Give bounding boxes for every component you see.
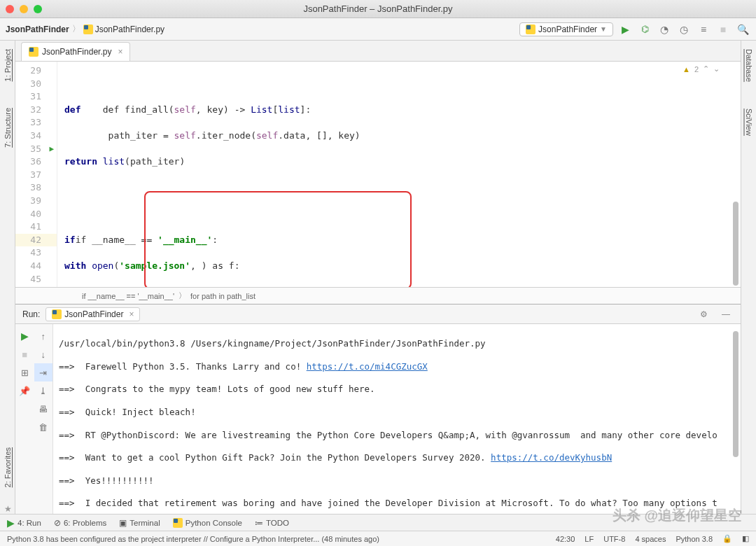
down-button[interactable]: ↓ xyxy=(34,345,53,363)
code-line: ifif __name__ == '__main__': xyxy=(64,234,741,247)
editor-scrollbar[interactable] xyxy=(732,62,739,287)
debug-button[interactable]: ⌬ xyxy=(637,22,652,37)
play-icon: ▶ xyxy=(622,24,629,35)
output-line: ==> RT @PythonDiscord: We are livestream… xyxy=(59,430,735,441)
code-line xyxy=(64,208,741,221)
profile-button[interactable]: ◷ xyxy=(676,22,692,37)
star-icon[interactable]: ★ xyxy=(4,504,12,514)
search-button[interactable]: 🔍 xyxy=(735,22,750,37)
gear-icon[interactable]: ⚙ xyxy=(696,307,711,322)
cursor-position[interactable]: 42:30 xyxy=(556,535,575,543)
breadcrumb-sep-icon: 〉 xyxy=(178,290,186,301)
scroll-thumb[interactable] xyxy=(733,202,738,286)
minimize-icon[interactable] xyxy=(20,5,28,13)
code-line: path_iter = self.iter_node(self.data, []… xyxy=(64,130,741,143)
chevron-down-icon[interactable]: ⌄ xyxy=(713,64,720,74)
code-line: with open('sample.json', ) as f: xyxy=(64,260,741,273)
stop-button[interactable]: ■ xyxy=(15,345,34,363)
code-area[interactable]: def def find_all(self, key) -> List[list… xyxy=(57,62,741,287)
python-interpreter[interactable]: Python 3.8 xyxy=(676,535,713,543)
run-tab[interactable]: JsonPathFinder × xyxy=(46,307,140,321)
output-line: /usr/local/bin/python3.8 /Users/kingname… xyxy=(59,338,735,349)
python-console-button[interactable]: Python Console xyxy=(173,518,242,528)
print-button[interactable]: 🖶 xyxy=(34,400,53,418)
editor-tab-file[interactable]: JsonPathFinder.py × xyxy=(21,42,130,61)
search-icon: 🔍 xyxy=(737,24,749,35)
output-line: ==> Want to get a cool Python Gift Pack?… xyxy=(59,452,735,463)
maximize-icon[interactable] xyxy=(34,5,42,13)
tools-button[interactable]: ≡ xyxy=(696,22,711,37)
python-icon xyxy=(526,24,536,34)
database-tool-tab[interactable]: Database xyxy=(743,46,755,85)
soft-wrap-button[interactable]: ⇥ xyxy=(34,363,53,382)
project-tool-tab[interactable]: 1: Project xyxy=(2,46,13,84)
output-line: ==> Farewell Python 3.5. Thanks Larry an… xyxy=(59,361,735,372)
editor-bc-scope[interactable]: for path in path_list xyxy=(190,292,255,300)
code-line xyxy=(64,181,741,195)
scroll-end-button[interactable]: ⤓ xyxy=(34,382,53,400)
minimize-icon[interactable]: — xyxy=(718,307,734,322)
terminal-tool-button[interactable]: ▣Terminal xyxy=(119,518,160,528)
sciview-tool-tab[interactable]: SciView xyxy=(743,106,755,139)
console-output[interactable]: /usr/local/bin/python3.8 /Users/kingname… xyxy=(53,324,741,514)
close-icon[interactable]: × xyxy=(129,309,134,319)
run-gutter-icon[interactable]: ▶ xyxy=(49,143,54,156)
editor-bc-scope[interactable]: if __name__ == '__main__' xyxy=(82,292,174,300)
breadcrumb-file[interactable]: JsonPathFinder.py xyxy=(83,24,164,34)
python-file-icon xyxy=(29,47,38,57)
terminal-icon: ▣ xyxy=(119,518,127,528)
traffic-lights xyxy=(6,5,42,13)
run-button[interactable]: ▶ xyxy=(617,22,633,37)
run-config-label: JsonPathFinder xyxy=(538,24,597,34)
coverage-icon: ◔ xyxy=(660,24,668,35)
pin-button[interactable]: 📌 xyxy=(15,382,34,400)
file-encoding[interactable]: UTF-8 xyxy=(603,535,625,543)
favorites-tool-tab[interactable]: 2: Favorites xyxy=(2,444,13,490)
close-icon[interactable]: × xyxy=(118,47,122,57)
notifications-icon[interactable]: ◧ xyxy=(742,534,749,543)
coverage-button[interactable]: ◔ xyxy=(657,22,672,37)
output-line: ==> Congrats to the mypy team! Lots of g… xyxy=(59,384,735,395)
editor-breadcrumb: if __name__ == '__main__' 〉 for path in … xyxy=(15,287,741,304)
run-config-selector[interactable]: JsonPathFinder ▼ xyxy=(519,22,613,36)
up-button[interactable]: ↑ xyxy=(34,327,53,345)
code-line: def def find_all(self, key) -> List[list… xyxy=(64,104,741,117)
profile-icon: ◷ xyxy=(680,24,688,35)
stop-button[interactable]: ■ xyxy=(715,22,731,37)
structure-tool-tab[interactable]: 7: Structure xyxy=(2,105,13,150)
code-editor[interactable]: 29 30 31 32 33 34 35▶ 36 37 38 39 40 41 … xyxy=(15,62,741,287)
line-separator[interactable]: LF xyxy=(584,535,594,543)
output-link[interactable]: https://t.co/mi4CGZucGX xyxy=(307,361,428,372)
breadcrumb-project[interactable]: JsonPathFinder xyxy=(6,24,69,34)
output-link[interactable]: https://t.co/devKyhusbN xyxy=(491,452,612,463)
play-icon: ▶ xyxy=(21,330,29,342)
trash-button[interactable]: 🗑 xyxy=(34,418,53,436)
python-icon xyxy=(52,309,62,319)
console-scrollbar[interactable] xyxy=(732,324,739,514)
code-line: return list(path_iter) xyxy=(64,155,741,169)
problems-icon: ⊘ xyxy=(54,518,61,528)
layout-button[interactable]: ⊞ xyxy=(15,363,34,382)
status-message[interactable]: Python 3.8 has been configured as the pr… xyxy=(7,535,379,543)
todo-icon: ≔ xyxy=(255,518,263,528)
code-line: json_data = f.read() xyxy=(64,286,741,287)
close-icon[interactable] xyxy=(6,5,14,13)
breadcrumb: JsonPathFinder 〉 JsonPathFinder.py xyxy=(6,23,164,35)
run-tool-button[interactable]: ▶4: Run xyxy=(7,517,41,528)
todo-tool-button[interactable]: ≔TODO xyxy=(255,518,289,528)
problems-tool-button[interactable]: ⊘6: Problems xyxy=(54,518,106,528)
stop-icon: ■ xyxy=(720,24,726,35)
rerun-button[interactable]: ▶ xyxy=(15,327,34,345)
warning-icon: ▲ xyxy=(682,65,690,74)
chevron-up-icon[interactable]: ⌃ xyxy=(703,64,709,74)
lock-icon[interactable]: 🔒 xyxy=(722,534,732,543)
run-toolbar: ▶ ↑ ■ ↓ ⊞ ⇥ 📌 ⤓ 🖶 🗑 xyxy=(15,324,53,514)
indent-setting[interactable]: 4 spaces xyxy=(635,535,666,543)
window-title: JsonPathFinder – JsonPathFinder.py xyxy=(303,4,452,14)
output-line: ==> Yes!!!!!!!!!! xyxy=(59,475,735,486)
inspection-summary[interactable]: ▲ 2 ⌃ ⌄ xyxy=(682,64,720,74)
left-tool-rail: 1: Project 7: Structure xyxy=(0,41,15,514)
editor-tab-label: JsonPathFinder.py xyxy=(42,47,111,57)
scroll-thumb[interactable] xyxy=(733,331,738,457)
chevron-down-icon: ▼ xyxy=(600,25,607,33)
